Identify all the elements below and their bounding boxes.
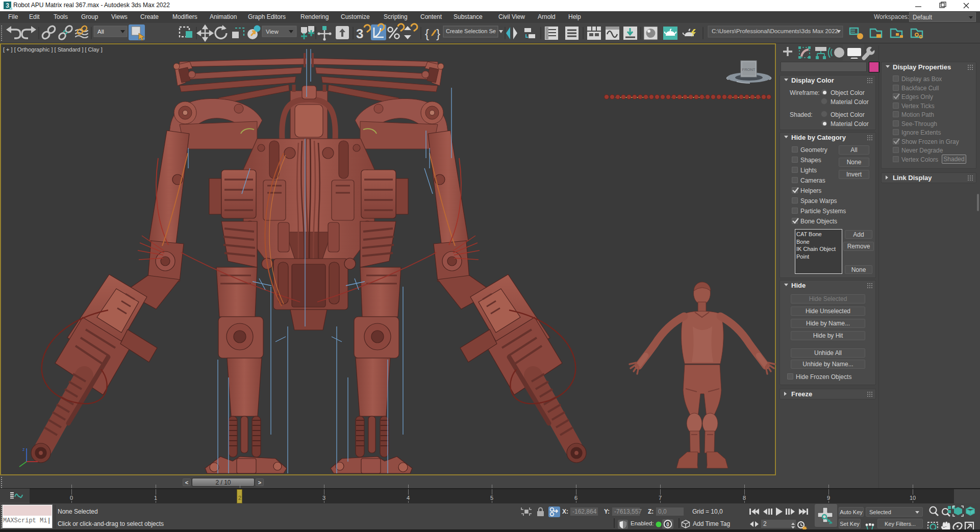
svg-text:View: View xyxy=(266,29,279,35)
svg-text:z: z xyxy=(22,447,25,452)
svg-text:3: 3 xyxy=(6,2,9,9)
svg-text:}: } xyxy=(436,27,440,40)
svg-text:C:\Users\Professional\Document: C:\Users\Professional\Documents\3ds Max … xyxy=(712,28,838,34)
svg-text:3: 3 xyxy=(356,26,363,41)
svg-text:FRONT: FRONT xyxy=(742,67,756,72)
svg-text:All: All xyxy=(97,29,104,35)
svg-text:0: 0 xyxy=(666,522,669,527)
svg-text:{: { xyxy=(425,27,429,40)
svg-text:Create Selection Se: Create Selection Se xyxy=(446,28,496,34)
